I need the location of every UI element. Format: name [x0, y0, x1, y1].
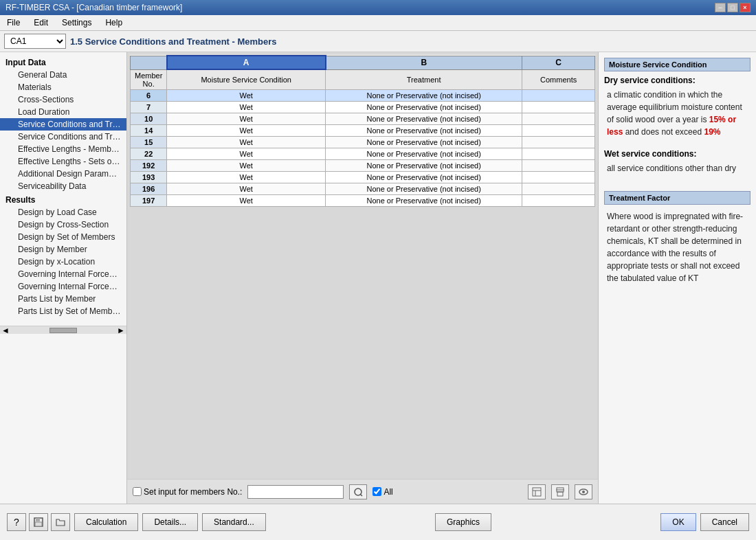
details-button[interactable]: Details... — [142, 513, 198, 531]
dry-conditions-title: Dry service conditions: — [604, 76, 751, 85]
cell-condition[interactable]: Wet — [167, 159, 326, 171]
table-row[interactable]: 196WetNone or Preservative (not incised) — [131, 183, 595, 194]
table-row[interactable]: 15WetNone or Preservative (not incised) — [131, 136, 595, 148]
cell-comments[interactable] — [522, 124, 595, 136]
open-btn[interactable] — [51, 513, 70, 531]
cell-comments[interactable] — [522, 113, 595, 124]
sidebar-item-additional-design[interactable]: Additional Design Parameters — [0, 168, 126, 180]
cell-condition[interactable]: Wet — [167, 89, 326, 101]
help-btn[interactable]: ? — [7, 513, 26, 531]
table-row[interactable]: 14WetNone or Preservative (not incised) — [131, 124, 595, 136]
svg-line-1 — [360, 494, 362, 496]
table-row[interactable]: 193WetNone or Preservative (not incised) — [131, 171, 595, 183]
save-btn[interactable] — [29, 513, 48, 531]
table-row[interactable]: 6WetNone or Preservative (not incised) — [131, 89, 595, 101]
member-number-input[interactable] — [247, 485, 344, 499]
sidebar-item-load-duration[interactable]: Load Duration — [0, 106, 126, 118]
cell-condition[interactable]: Wet — [167, 171, 326, 183]
table-row[interactable]: 192WetNone or Preservative (not incised) — [131, 159, 595, 171]
standard-button[interactable]: Standard... — [202, 513, 266, 531]
sidebar-scrollbar[interactable]: ◄ ► — [0, 326, 126, 334]
table-body: 6WetNone or Preservative (not incised)7W… — [131, 89, 595, 206]
sidebar-item-effective-lengths-sets[interactable]: Effective Lengths - Sets of Me... — [0, 155, 126, 168]
close-button[interactable]: × — [740, 3, 751, 12]
sidebar-item-governing-m[interactable]: Governing Internal Forces by M... — [0, 268, 126, 280]
ok-button[interactable]: OK — [660, 513, 696, 531]
cell-treatment[interactable]: None or Preservative (not incised) — [326, 124, 522, 136]
sidebar-item-effective-lengths-members[interactable]: Effective Lengths - Members — [0, 143, 126, 155]
sidebar-item-general-data[interactable]: General Data — [0, 69, 126, 81]
table-row[interactable]: 197WetNone or Preservative (not incised) — [131, 194, 595, 206]
cell-member-no: 14 — [131, 124, 167, 136]
sidebar-item-design-load-case[interactable]: Design by Load Case — [0, 206, 126, 218]
cell-comments[interactable] — [522, 194, 595, 206]
cell-comments[interactable] — [522, 136, 595, 148]
col-c-header[interactable]: C — [522, 56, 595, 69]
sidebar-item-parts-set[interactable]: Parts List by Set of Members — [0, 305, 126, 317]
sidebar-item-service-conditions[interactable]: Service Conditions and Treatm... — [0, 118, 126, 131]
cell-comments[interactable] — [522, 171, 595, 183]
sidebar-item-design-x-location[interactable]: Design by x-Location — [0, 256, 126, 268]
cell-condition[interactable]: Wet — [167, 194, 326, 206]
menu-file[interactable]: File — [3, 16, 24, 29]
input-data-label: Input Data — [0, 55, 126, 69]
maximize-button[interactable]: □ — [727, 3, 738, 12]
table-export-btn[interactable] — [528, 484, 546, 499]
minimize-button[interactable]: – — [715, 3, 726, 12]
cell-treatment[interactable]: None or Preservative (not incised) — [326, 89, 522, 101]
cell-treatment[interactable]: None or Preservative (not incised) — [326, 113, 522, 124]
sidebar-item-materials[interactable]: Materials — [0, 81, 126, 93]
cell-comments[interactable] — [522, 159, 595, 171]
sidebar-item-design-cross-section[interactable]: Design by Cross-Section — [0, 218, 126, 231]
all-checkbox[interactable] — [373, 487, 381, 496]
sidebar-item-service-conditions-2[interactable]: Service Conditions and Treatme... — [0, 131, 126, 143]
cell-treatment[interactable]: None or Preservative (not incised) — [326, 159, 522, 171]
cell-condition[interactable]: Wet — [167, 183, 326, 194]
sidebar-item-parts-member[interactable]: Parts List by Member — [0, 293, 126, 305]
eye-btn[interactable] — [575, 484, 592, 499]
scroll-right-icon[interactable]: ► — [117, 326, 125, 335]
cell-treatment[interactable]: None or Preservative (not incised) — [326, 171, 522, 183]
table-row[interactable]: 10WetNone or Preservative (not incised) — [131, 113, 595, 124]
cell-treatment[interactable]: None or Preservative (not incised) — [326, 136, 522, 148]
cell-member-no: 22 — [131, 148, 167, 159]
sidebar-item-governing-s[interactable]: Governing Internal Forces by S... — [0, 280, 126, 293]
case-dropdown[interactable]: CA1 — [4, 34, 66, 49]
cell-comments[interactable] — [522, 183, 595, 194]
col-a-header[interactable]: A — [167, 56, 326, 69]
results-label: Results — [0, 192, 126, 206]
cell-member-no: 6 — [131, 89, 167, 101]
cancel-button[interactable]: Cancel — [700, 513, 749, 531]
cell-condition[interactable]: Wet — [167, 101, 326, 113]
cell-condition[interactable]: Wet — [167, 113, 326, 124]
select-members-btn[interactable] — [349, 484, 367, 499]
table-scroll-wrapper[interactable]: A B C Member No. Moisture Service Condit… — [130, 55, 595, 476]
cell-condition[interactable]: Wet — [167, 124, 326, 136]
cell-condition[interactable]: Wet — [167, 148, 326, 159]
graphics-button[interactable]: Graphics — [435, 513, 491, 531]
print-btn[interactable] — [551, 484, 569, 499]
cell-comments[interactable] — [522, 89, 595, 101]
table-row[interactable]: 22WetNone or Preservative (not incised) — [131, 148, 595, 159]
set-input-checkbox[interactable] — [133, 487, 142, 496]
dry-conditions-text: a climatic condition in which the averag… — [604, 87, 751, 144]
sidebar-item-design-member[interactable]: Design by Member — [0, 243, 126, 256]
sidebar-item-serviceability[interactable]: Serviceability Data — [0, 180, 126, 192]
all-check-container: All — [373, 487, 392, 497]
menu-settings[interactable]: Settings — [58, 16, 96, 29]
scroll-left-icon[interactable]: ◄ — [1, 326, 10, 335]
cell-treatment[interactable]: None or Preservative (not incised) — [326, 183, 522, 194]
cell-treatment[interactable]: None or Preservative (not incised) — [326, 194, 522, 206]
menu-help[interactable]: Help — [101, 16, 126, 29]
sidebar-item-design-set-members[interactable]: Design by Set of Members — [0, 231, 126, 243]
cell-comments[interactable] — [522, 101, 595, 113]
cell-comments[interactable] — [522, 148, 595, 159]
col-b-header[interactable]: B — [326, 56, 522, 69]
calculation-button[interactable]: Calculation — [74, 513, 138, 531]
table-row[interactable]: 7WetNone or Preservative (not incised) — [131, 101, 595, 113]
menu-edit[interactable]: Edit — [30, 16, 52, 29]
sidebar-item-cross-sections[interactable]: Cross-Sections — [0, 93, 126, 106]
cell-condition[interactable]: Wet — [167, 136, 326, 148]
cell-treatment[interactable]: None or Preservative (not incised) — [326, 101, 522, 113]
cell-treatment[interactable]: None or Preservative (not incised) — [326, 148, 522, 159]
